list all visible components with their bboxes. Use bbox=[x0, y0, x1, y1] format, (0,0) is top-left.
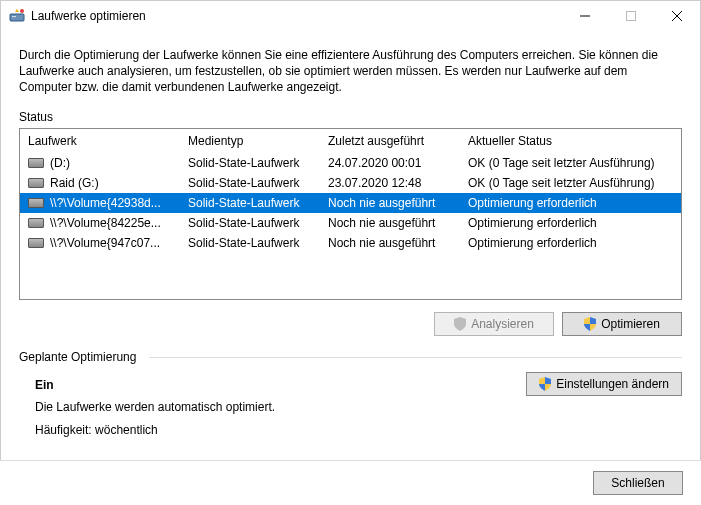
last-run: 23.07.2020 12:48 bbox=[320, 174, 460, 192]
app-icon bbox=[9, 8, 25, 24]
status-label: Status bbox=[19, 110, 682, 124]
table-row[interactable]: \\?\Volume{947c07...Solid-State-Laufwerk… bbox=[20, 233, 681, 253]
media-type: Solid-State-Laufwerk bbox=[180, 194, 320, 212]
last-run: Noch nie ausgeführt bbox=[320, 234, 460, 252]
table-row[interactable]: (D:)Solid-State-Laufwerk24.07.2020 00:01… bbox=[20, 153, 681, 173]
change-settings-button[interactable]: Einstellungen ändern bbox=[526, 372, 682, 396]
shield-icon bbox=[584, 317, 596, 331]
table-row[interactable]: Raid (G:)Solid-State-Laufwerk23.07.2020 … bbox=[20, 173, 681, 193]
close-label: Schließen bbox=[611, 476, 664, 490]
media-type: Solid-State-Laufwerk bbox=[180, 234, 320, 252]
col-media[interactable]: Medientyp bbox=[180, 129, 320, 153]
bottom-bar: Schließen bbox=[0, 460, 701, 505]
optimize-label: Optimieren bbox=[601, 317, 660, 331]
col-last[interactable]: Zuletzt ausgeführt bbox=[320, 129, 460, 153]
drive-cell: \\?\Volume{947c07... bbox=[20, 234, 180, 252]
svg-rect-1 bbox=[12, 16, 16, 17]
drive-name: Raid (G:) bbox=[50, 176, 99, 190]
column-headers: Laufwerk Medientyp Zuletzt ausgeführt Ak… bbox=[20, 129, 681, 153]
description-text: Durch die Optimierung der Laufwerke könn… bbox=[19, 47, 682, 96]
divider bbox=[149, 357, 682, 358]
shield-icon bbox=[539, 377, 551, 391]
current-status: Optimierung erforderlich bbox=[460, 214, 681, 232]
drive-name: \\?\Volume{84225e... bbox=[50, 216, 161, 230]
svg-point-2 bbox=[20, 9, 24, 13]
minimize-button[interactable] bbox=[562, 1, 608, 31]
last-run: Noch nie ausgeführt bbox=[320, 194, 460, 212]
drive-name: \\?\Volume{42938d... bbox=[50, 196, 161, 210]
current-status: Optimierung erforderlich bbox=[460, 194, 681, 212]
settings-label: Einstellungen ändern bbox=[556, 377, 669, 391]
media-type: Solid-State-Laufwerk bbox=[180, 154, 320, 172]
drive-icon bbox=[28, 158, 44, 168]
current-status: OK (0 Tage seit letzter Ausführung) bbox=[460, 154, 681, 172]
title-bar: Laufwerke optimieren bbox=[1, 1, 700, 31]
drive-cell: Raid (G:) bbox=[20, 174, 180, 192]
drive-cell: \\?\Volume{42938d... bbox=[20, 194, 180, 212]
table-row[interactable]: \\?\Volume{84225e...Solid-State-Laufwerk… bbox=[20, 213, 681, 233]
drive-icon bbox=[28, 218, 44, 228]
scheduled-heading: Geplante Optimierung bbox=[19, 350, 136, 364]
last-run: Noch nie ausgeführt bbox=[320, 214, 460, 232]
drive-name: \\?\Volume{947c07... bbox=[50, 236, 160, 250]
optimize-button[interactable]: Optimieren bbox=[562, 312, 682, 336]
window-controls bbox=[562, 1, 700, 31]
close-dialog-button[interactable]: Schließen bbox=[593, 471, 683, 495]
drive-name: (D:) bbox=[50, 156, 70, 170]
table-row[interactable]: \\?\Volume{42938d...Solid-State-Laufwerk… bbox=[20, 193, 681, 213]
drive-icon bbox=[28, 238, 44, 248]
drive-list[interactable]: Laufwerk Medientyp Zuletzt ausgeführt Ak… bbox=[19, 128, 682, 300]
analyze-button: Analysieren bbox=[434, 312, 554, 336]
drive-cell: \\?\Volume{84225e... bbox=[20, 214, 180, 232]
window-title: Laufwerke optimieren bbox=[31, 9, 146, 23]
col-drive[interactable]: Laufwerk bbox=[20, 129, 180, 153]
media-type: Solid-State-Laufwerk bbox=[180, 174, 320, 192]
scheduled-desc: Die Laufwerke werden automatisch optimie… bbox=[35, 396, 682, 419]
current-status: Optimierung erforderlich bbox=[460, 234, 681, 252]
close-button[interactable] bbox=[654, 1, 700, 31]
svg-rect-4 bbox=[627, 12, 636, 21]
shield-icon bbox=[454, 317, 466, 331]
current-status: OK (0 Tage seit letzter Ausführung) bbox=[460, 174, 681, 192]
scheduled-frequency: Häufigkeit: wöchentlich bbox=[35, 419, 682, 442]
svg-rect-0 bbox=[10, 14, 24, 21]
media-type: Solid-State-Laufwerk bbox=[180, 214, 320, 232]
drive-icon bbox=[28, 178, 44, 188]
drive-icon bbox=[28, 198, 44, 208]
col-status[interactable]: Aktueller Status bbox=[460, 129, 681, 153]
maximize-button bbox=[608, 1, 654, 31]
last-run: 24.07.2020 00:01 bbox=[320, 154, 460, 172]
drive-cell: (D:) bbox=[20, 154, 180, 172]
analyze-label: Analysieren bbox=[471, 317, 534, 331]
